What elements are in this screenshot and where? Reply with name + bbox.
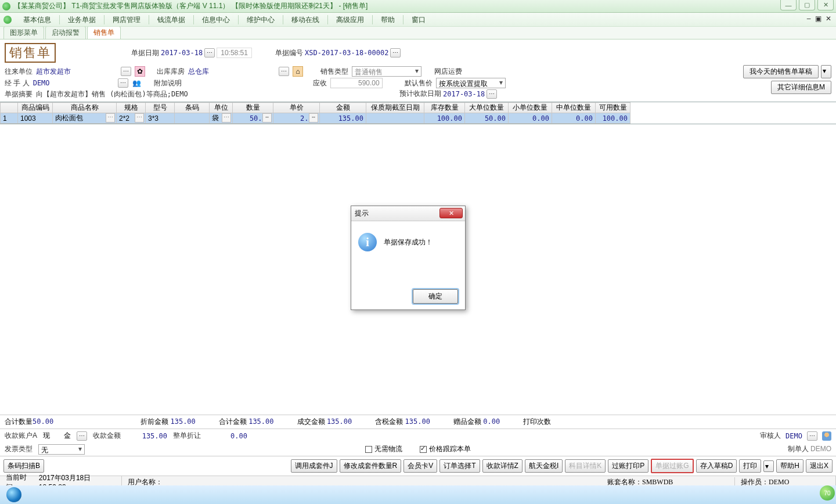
items-grid[interactable]: 商品编码 商品名称 规格 型号 条码 单位 数量 单价 金额 保质期截至日期 库… [0,102,836,124]
agent-value[interactable]: DEMO [33,79,114,87]
cell-small[interactable]: 0.00 [509,113,552,124]
taskbar[interactable]: 70 [0,485,836,504]
start-button[interactable] [0,485,28,504]
col-exp[interactable]: 保质期截至日期 [366,103,424,113]
col-model[interactable]: 型号 [146,103,175,113]
menu-maint[interactable]: 维护中心 [240,13,282,26]
cell-avail[interactable]: 100.00 [596,113,630,124]
mdi-controls[interactable]: – ▣ ✕ [807,15,833,23]
tab-sales-order[interactable]: 销售单 [87,26,121,39]
menu-advanced[interactable]: 高级应用 [329,13,371,26]
btn-subject-detail[interactable]: 科目详情K [565,459,606,473]
col-small[interactable]: 小单位数量 [509,103,552,113]
btn-post[interactable]: 单据过账G [651,459,693,473]
btn-help[interactable]: 帮助H [776,459,803,473]
price-track-checkbox[interactable]: 价格跟踪本单 [420,444,471,454]
barcode-scan-button[interactable]: 条码扫描B [3,459,44,473]
warehouse-lookup-button[interactable]: ⋯ [279,67,289,76]
account-value[interactable]: 现 金 [43,431,71,441]
col-rownum[interactable] [1,103,18,113]
btn-exit[interactable]: 退出X [806,459,833,473]
defprice-dropdown[interactable]: 按系统设置提取 [436,78,506,88]
agent-lookup-button[interactable]: ⋯ [118,78,128,88]
notify-badge[interactable]: 70 [820,485,835,501]
menu-shop[interactable]: 网店管理 [106,13,147,26]
col-amount[interactable]: 金额 [320,103,366,113]
menu-money[interactable]: 钱流单据 [150,13,192,26]
tab-graphic-menu[interactable]: 图形菜单 [3,26,44,39]
menu-help[interactable]: 帮助 [374,13,402,26]
btn-post-print[interactable]: 过账打印P [608,459,648,473]
account-lookup-button[interactable]: ⋯ [77,431,87,441]
no-logistics-checkbox[interactable]: 无需物流 [365,444,402,454]
btn-tax[interactable]: 航天金税I [525,459,563,473]
cell-amount[interactable]: 135.00 [320,113,366,124]
btn-receipt-detail[interactable]: 收款详情Z [482,459,522,473]
dialog-ok-button[interactable]: 确定 [413,289,458,304]
unit-value[interactable]: 超市发超市 [36,67,117,77]
col-barcode[interactable]: 条码 [175,103,210,113]
col-unit[interactable]: 单位 [210,103,233,113]
btn-save-draft[interactable]: 存入草稿D [696,459,737,473]
close-button[interactable]: ✕ [817,0,834,10]
col-big[interactable]: 大单位数量 [465,103,509,113]
menu-mobile[interactable]: 移动在线 [284,13,326,26]
col-code[interactable]: 商品编码 [18,103,53,113]
warehouse-icon[interactable]: ⌂ [293,66,303,77]
cell-barcode[interactable] [175,113,210,124]
auditor-value[interactable]: DEMO [785,432,802,440]
col-price[interactable]: 单价 [273,103,320,113]
col-name[interactable]: 商品名称 [53,103,117,113]
docno-value[interactable]: XSD-2017-03-18-00002 [305,49,389,57]
unit-icon[interactable]: ✿ [135,66,145,77]
my-drafts-dropdown[interactable]: ▾ [821,65,831,78]
col-qty[interactable]: 数量 [233,103,273,113]
cell-name[interactable]: 肉松面包 [53,113,117,124]
menu-biz[interactable]: 业务单据 [61,13,103,26]
my-drafts-button[interactable]: 我今天的销售单草稿 [743,65,819,78]
cell-rownum[interactable]: 1 [1,113,18,124]
cell-qty[interactable]: 50.00 [233,113,273,124]
menu-window[interactable]: 窗口 [405,13,433,26]
unit-lookup-button[interactable]: ⋯ [121,67,131,76]
cell-stock[interactable]: 100.00 [424,113,465,124]
cell-big[interactable]: 50.00 [465,113,509,124]
btn-print-dropdown[interactable]: ▾ [763,460,774,472]
menu-info[interactable]: 信息中心 [195,13,237,26]
cell-model[interactable]: 3*3 [146,113,175,124]
cell-price[interactable]: 2.70 [273,113,320,124]
btn-call-kit[interactable]: 调用成套件J [291,459,337,473]
cell-exp[interactable] [366,113,424,124]
date-picker-button[interactable]: ⋯ [204,48,215,57]
invoice-type-dropdown[interactable]: 无 [38,444,85,455]
maximize-button[interactable]: ▢ [799,0,815,10]
docno-lookup-button[interactable]: ⋯ [390,48,401,57]
summary-value[interactable]: 向【超市发超市】销售 (肉松面包)等商品;DEMO [36,89,188,99]
minimize-button[interactable]: — [780,0,797,10]
btn-edit-kit-qty[interactable]: 修改成套件数量R [340,459,402,473]
cell-code[interactable]: 1003 [18,113,53,124]
col-mid[interactable]: 中单位数量 [552,103,596,113]
agent-icon[interactable]: 👥 [132,78,142,88]
expdate-picker-button[interactable]: ⋯ [487,89,497,99]
btn-member-card[interactable]: 会员卡V [403,459,437,473]
btn-order-select[interactable]: 订单选择T [439,459,480,473]
col-stock[interactable]: 库存数量 [424,103,465,113]
cell-unit[interactable]: 袋 [210,113,233,124]
btn-print[interactable]: 打印 [739,459,761,473]
cell-mid[interactable]: 0.00 [552,113,596,124]
discount-value[interactable]: 0.00 [207,432,247,440]
menu-basic[interactable]: 基本信息 [16,13,58,26]
grid-row[interactable]: 1 1003 肉松面包 2*2 3*3 袋 50.00 2.70 135.00 … [1,113,630,124]
warehouse-value[interactable]: 总仓库 [188,67,275,77]
date-value[interactable]: 2017-03-18 [161,49,203,57]
other-detail-button[interactable]: 其它详细信息M [771,81,831,94]
saletype-dropdown[interactable]: 普通销售 [352,66,421,77]
tab-alert[interactable]: 启动报警 [45,26,86,39]
cell-spec[interactable]: 2*2 [117,113,146,124]
expdate-value[interactable]: 2017-03-18 [443,90,485,98]
col-avail[interactable]: 可用数量 [596,103,630,113]
dialog-close-button[interactable]: ✕ [439,208,463,218]
auditor-lookup-button[interactable]: ⋯ [807,431,817,441]
payamount-value[interactable]: 135.00 [127,432,167,440]
